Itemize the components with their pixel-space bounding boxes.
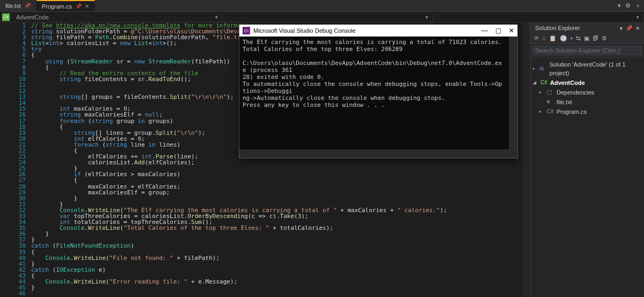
chevron-down-icon: ▾ [215, 15, 218, 20]
margin-glyph [0, 83, 10, 89]
line-number: 16 [10, 112, 26, 118]
toolbar-icon[interactable]: ⇆ [576, 35, 581, 42]
margin-glyph [0, 286, 10, 292]
debug-console-titlebar[interactable]: C\ Microsoft Visual Studio Debug Console… [239, 25, 517, 37]
toolbar-icon[interactable]: ⟳ [534, 35, 539, 42]
editor-scrollbar[interactable] [523, 23, 530, 297]
margin-glyph [0, 226, 10, 232]
solution-search [531, 44, 644, 57]
tree-item[interactable]: ≡file.txt [532, 97, 643, 107]
sln-icon: ⧉ [540, 64, 547, 73]
toolbar-icon[interactable]: • [570, 35, 573, 42]
expand-icon[interactable]: ◢ [533, 78, 538, 87]
debug-console-window[interactable]: C\ Microsoft Visual Studio Debug Console… [239, 24, 518, 158]
solution-explorer-title: Solution Explorer ▾ 📌 ✕ [531, 23, 644, 33]
code-line[interactable]: Console.WriteLine("Error reading file: "… [31, 279, 523, 285]
tab-file-txt[interactable]: file.txt 📌 [0, 0, 36, 11]
breadcrumb-member[interactable]: ▾ [433, 13, 644, 21]
code-line[interactable]: } [31, 195, 523, 201]
tree-item[interactable]: ▸⬚Dependencies [532, 88, 643, 97]
margin-glyph [0, 107, 10, 113]
toolbar-icon[interactable]: ⌂ [542, 35, 546, 42]
margin-glyph [0, 95, 10, 101]
chevron-down-icon: ▾ [426, 15, 428, 20]
margin-glyph [0, 262, 10, 268]
tree-item-label: file.txt [557, 98, 572, 106]
debug-console-output[interactable]: The Elf carrying the most calories is ca… [239, 37, 509, 149]
margin-glyph [0, 89, 10, 95]
toolbar-icon[interactable]: ▣ [584, 35, 589, 42]
tree-item[interactable]: ▸⧉Solution 'AdventCode' (1 of 1 project) [532, 60, 643, 78]
margin-glyph [0, 77, 10, 83]
code-line[interactable]: Console.WriteLine("Total Calories of the… [31, 225, 523, 231]
tree-item-label: Dependencies [557, 88, 594, 97]
pin-icon[interactable]: 📌 [24, 3, 31, 9]
margin-glyph [0, 220, 10, 226]
pin-icon[interactable]: 📌 [626, 25, 632, 31]
breadcrumb-project[interactable]: AdventCode ▾ [12, 13, 223, 21]
tree-item[interactable]: ◢C#AdventCode [532, 78, 643, 88]
toolbar-icon[interactable]: 📋 [549, 35, 557, 42]
tab-overflow-controls: ▾ ⚙ ＋ [618, 0, 644, 11]
close-icon[interactable]: ✕ [85, 3, 89, 9]
margin-glyph [0, 274, 10, 280]
minimize-icon[interactable]: — [481, 27, 488, 34]
margin-glyph [0, 155, 10, 161]
code-line[interactable]: } [31, 231, 523, 237]
console-scrollbar-horizontal[interactable] [239, 149, 517, 158]
line-number: 46 [10, 291, 26, 296]
code-line[interactable]: } [31, 285, 523, 291]
tab-program-cs[interactable]: Program.cs 📌 ✕ [36, 0, 95, 11]
expand-icon[interactable]: ▸ [539, 107, 545, 116]
margin-glyph [0, 53, 10, 59]
gear-icon[interactable]: ⚙ [625, 2, 631, 9]
tree-item-label: Solution 'AdventCode' (1 of 1 project) [550, 60, 642, 77]
toolbar-icon[interactable]: 🕘 [560, 35, 567, 42]
margin-glyph [0, 131, 10, 137]
toolbar-icon[interactable]: ⚙ [602, 35, 607, 42]
console-scrollbar-vertical[interactable] [509, 37, 517, 149]
margin-glyph [0, 166, 10, 172]
expand-icon[interactable]: ▸ [539, 88, 545, 97]
margin-glyph [0, 268, 10, 274]
margin-glyph [0, 292, 10, 297]
margin-glyph [0, 250, 10, 256]
toolbar-icon[interactable]: 🗐 [592, 35, 598, 42]
code-line[interactable]: caloriesList.Add(elfCalories); [31, 160, 523, 165]
margin-glyph [0, 232, 10, 238]
expand-icon[interactable]: ▸ [533, 64, 538, 73]
margin-glyph [0, 214, 10, 220]
maximize-icon[interactable]: ▢ [495, 27, 501, 34]
breadcrumb-label: AdventCode [16, 14, 49, 20]
cs-icon: C# [547, 107, 554, 116]
panel-window-controls: ▾ 📌 ✕ [620, 25, 640, 31]
panel-title: Solution Explorer [535, 25, 580, 31]
code-line[interactable]: if (elfCalories > maxCalories) [31, 171, 523, 177]
breadcrumb: C# AdventCode ▾ ▾ ▾ [0, 12, 644, 23]
margin-glyph [0, 208, 10, 214]
chevron-down-icon: ▾ [636, 15, 639, 20]
margin-glyph [0, 172, 10, 178]
panel-dropdown-icon[interactable]: ▾ [620, 25, 623, 31]
search-input[interactable] [532, 46, 642, 55]
code-line[interactable]: catch (IOException e) [31, 267, 523, 273]
code-line[interactable] [31, 291, 523, 296]
code-line[interactable]: maxCaloriesElf = group; [31, 190, 523, 195]
close-icon[interactable]: ✕ [635, 25, 640, 31]
breadcrumb-type[interactable]: ▾ [223, 13, 434, 21]
window-buttons: — ▢ ✕ [481, 27, 514, 34]
code-line[interactable]: catch (FileNotFoundException) [31, 243, 523, 249]
code-line[interactable]: Console.WriteLine("File not found: " + f… [31, 255, 523, 261]
margin-glyph [0, 202, 10, 208]
pin-icon[interactable]: 📌 [75, 3, 82, 9]
tab-dropdown-icon[interactable]: ▾ [618, 2, 621, 9]
tree-item[interactable]: ▸C#Program.cs [532, 107, 643, 117]
line-number: 17 [10, 118, 26, 124]
margin-glyph [0, 256, 10, 262]
margin-glyph [0, 244, 10, 250]
margin-glyph [0, 66, 10, 71]
add-tab-icon[interactable]: ＋ [635, 2, 641, 10]
close-icon[interactable]: ✕ [509, 27, 514, 34]
margin-glyph [0, 47, 10, 53]
margin-glyph [0, 191, 10, 197]
